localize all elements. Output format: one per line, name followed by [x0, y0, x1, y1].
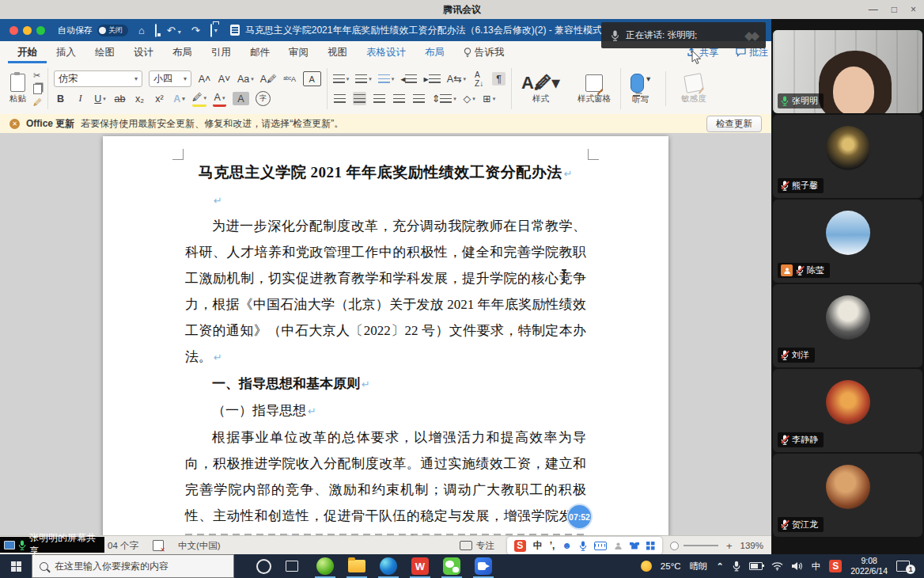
bullet-list-button[interactable]: ▾: [333, 72, 350, 86]
ime-sogou-icon[interactable]: S: [514, 540, 526, 552]
hidden-icons-chevron[interactable]: ⌃: [717, 561, 724, 572]
ime-mode[interactable]: 中: [812, 561, 821, 572]
grow-font-button[interactable]: A˄: [198, 72, 211, 86]
taskbar-app-browser-green[interactable]: [309, 554, 341, 578]
cortana-icon[interactable]: [256, 559, 271, 574]
zoom-slider-knob[interactable]: [670, 542, 679, 550]
align-center-button[interactable]: [353, 92, 366, 105]
zoom-slider-track[interactable]: [684, 545, 718, 546]
clock[interactable]: 9:08 2022/6/14: [850, 556, 888, 576]
tab-告诉我[interactable]: 告诉我: [454, 41, 514, 63]
volume-icon[interactable]: [792, 561, 803, 571]
ime-toolbar[interactable]: S中’,☻: [507, 537, 662, 554]
notification-icon[interactable]: [896, 561, 910, 572]
text-effects-button[interactable]: A▾: [172, 92, 186, 105]
sogou-icon[interactable]: S: [829, 560, 842, 572]
home-icon[interactable]: ⌂: [138, 25, 145, 36]
mac-close-icon[interactable]: [9, 26, 18, 35]
tab-设计[interactable]: 设计: [124, 41, 163, 63]
zoom-in-button[interactable]: +: [726, 540, 733, 552]
enclose-char-button[interactable]: A: [303, 71, 321, 86]
tray-mic-icon[interactable]: [733, 561, 740, 572]
ime-punctuation-icon[interactable]: ’,: [550, 540, 555, 551]
weather-icon[interactable]: [641, 561, 652, 572]
tab-开始[interactable]: 开始: [8, 41, 47, 63]
participant-tile-陈莹[interactable]: 陈莹: [773, 200, 922, 283]
participant-tile-熊子馨[interactable]: 熊子馨: [773, 115, 922, 198]
tab-邮件[interactable]: 邮件: [240, 41, 279, 63]
task-view-icon[interactable]: [286, 561, 298, 572]
font-name-select[interactable]: 仿宋▾: [54, 70, 142, 87]
italic-button[interactable]: I: [74, 92, 87, 105]
taskbar-app-tencent-meeting[interactable]: [468, 554, 499, 578]
participant-tile-张明明[interactable]: 张明明: [773, 30, 922, 113]
shading-button[interactable]: ◇▾: [463, 92, 476, 105]
ime-skin-icon[interactable]: [630, 542, 639, 549]
participant-tile-贺江龙[interactable]: 贺江龙: [773, 454, 922, 537]
start-button[interactable]: [0, 554, 32, 578]
mac-zoom-icon[interactable]: [36, 26, 45, 35]
strikethrough-button[interactable]: ab: [113, 92, 127, 105]
show-marks-button[interactable]: ¶: [492, 72, 506, 86]
dictate-button[interactable]: ▾ 听写: [627, 71, 654, 106]
number-list-button[interactable]: ▾: [355, 72, 372, 86]
paste-button[interactable]: 粘贴: [6, 70, 30, 107]
multilevel-list-button[interactable]: ▾: [378, 72, 395, 86]
taskbar-app-edge[interactable]: [373, 554, 404, 578]
weather-temp[interactable]: 25°C: [661, 561, 681, 571]
cut-icon[interactable]: ✂: [33, 70, 42, 81]
weather-desc[interactable]: 晴朗: [690, 561, 708, 572]
language-status[interactable]: 中文(中国): [178, 540, 221, 552]
style-pane-button[interactable]: 样式窗格: [574, 74, 615, 103]
tab-审阅[interactable]: 审阅: [279, 41, 318, 63]
mac-minimize-icon[interactable]: [23, 26, 32, 35]
minimize-icon[interactable]: —: [869, 4, 878, 15]
change-case-button[interactable]: Aa▾: [237, 72, 254, 86]
tab-布局[interactable]: 布局: [415, 41, 454, 63]
format-painter-icon[interactable]: 🖉: [33, 97, 42, 107]
ime-toolbox-icon[interactable]: [646, 542, 655, 550]
bold-button[interactable]: B: [54, 92, 67, 105]
align-right-button[interactable]: [373, 92, 386, 105]
document-area[interactable]: 马克思主义学院 2021 年年底奖励性绩效工资分配办法↵↵为进一步深化分配制度改…: [0, 133, 771, 535]
line-spacing-button[interactable]: ⇕▾: [432, 92, 456, 105]
char-shading-button[interactable]: A: [233, 92, 249, 105]
ime-emoji-icon[interactable]: ☻: [562, 540, 572, 551]
taskbar-app-file-explorer[interactable]: [341, 554, 373, 578]
increase-indent-button[interactable]: ▸: [423, 72, 440, 86]
align-left-button[interactable]: [333, 92, 346, 105]
asian-layout-button[interactable]: A⇆▾: [447, 72, 466, 86]
meeting-timer-badge[interactable]: 07:52: [566, 504, 593, 530]
ime-keyboard-icon[interactable]: [594, 542, 607, 550]
clear-format-button[interactable]: A🖉: [260, 72, 277, 86]
superscript-button[interactable]: x²: [153, 92, 166, 105]
wifi-icon[interactable]: [771, 561, 783, 571]
print-icon[interactable]: [210, 25, 212, 36]
word-count[interactable]: 04 个字: [108, 540, 138, 552]
participant-tile-李静静[interactable]: 李静静: [773, 369, 922, 452]
titlebar-more-icon[interactable]: ▾: [214, 27, 218, 34]
font-size-select[interactable]: 小四▾: [149, 70, 191, 87]
tab-视图[interactable]: 视图: [318, 41, 357, 63]
justify-button[interactable]: [392, 92, 406, 105]
autosave-toggle[interactable]: 自动保存 关闭: [58, 25, 128, 36]
focus-mode-button[interactable]: 专注: [460, 540, 494, 552]
maximize-icon[interactable]: □: [892, 4, 897, 15]
tab-布局[interactable]: 布局: [163, 41, 202, 63]
close-icon[interactable]: ×: [911, 4, 916, 15]
font-color-button[interactable]: A▾: [213, 91, 226, 107]
ime-voice-icon[interactable]: [579, 541, 587, 551]
ime-chinese-mode-icon[interactable]: 中: [533, 539, 543, 553]
ime-account-icon[interactable]: [614, 542, 623, 550]
borders-button[interactable]: ⊞▾: [483, 92, 496, 105]
tab-绘图[interactable]: 绘图: [85, 41, 124, 63]
battery-icon[interactable]: [749, 562, 763, 570]
taskbar-app-wechat[interactable]: [436, 554, 468, 578]
zoom-level[interactable]: 139%: [740, 541, 763, 550]
undo-icon[interactable]: ↶▾: [167, 25, 181, 36]
decrease-indent-button[interactable]: ◂: [400, 72, 417, 86]
taskbar-app-wps[interactable]: W: [404, 554, 436, 578]
proofing-icon[interactable]: [153, 540, 164, 551]
tab-插入[interactable]: 插入: [47, 41, 85, 63]
sort-button[interactable]: AZ↓: [472, 72, 486, 86]
